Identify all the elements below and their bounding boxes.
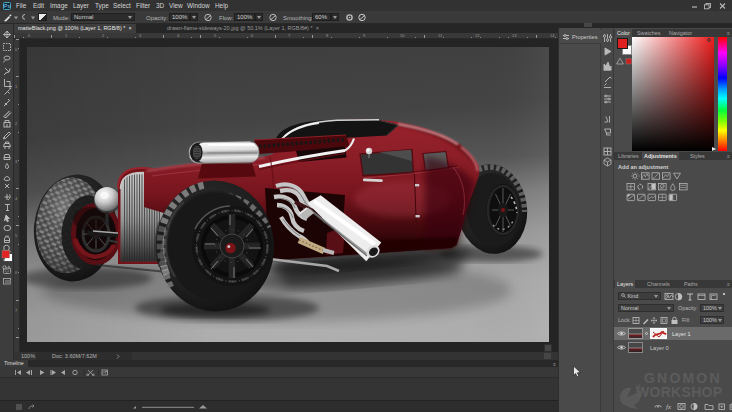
svg-text:WORKSHOP: WORKSHOP (636, 384, 722, 400)
svg-text:fx: fx (666, 403, 672, 411)
